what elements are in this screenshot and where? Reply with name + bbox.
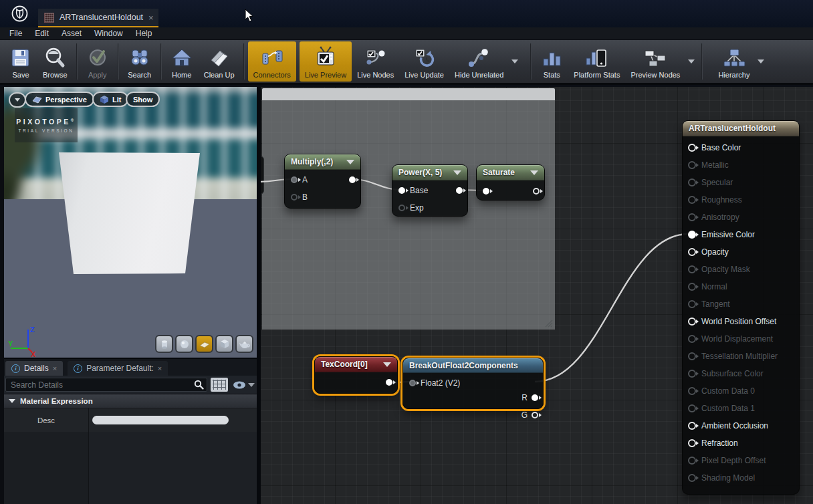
pin-opacity-mask[interactable]: Opacity Mask	[683, 261, 799, 278]
live-nodes-button[interactable]: Live Nodes	[352, 41, 399, 82]
pin-row-out-r[interactable]: R	[521, 389, 538, 406]
comment-resize-handle[interactable]	[544, 318, 553, 328]
mesh-sphere-button[interactable]	[175, 335, 193, 353]
node-title: TexCoord[0]	[321, 360, 368, 369]
search-details-input[interactable]	[5, 378, 207, 392]
pin-row-b[interactable]: B	[285, 188, 360, 206]
browse-button[interactable]: Browse	[37, 41, 73, 82]
node-power[interactable]: Power(X, 5) Base Exp	[392, 164, 468, 217]
toolbar-separator	[701, 43, 703, 80]
output-pin[interactable]	[533, 188, 540, 195]
hide-unrelated-button[interactable]: Hide Unrelated	[449, 41, 509, 82]
section-material-expression[interactable]: Material Expression	[4, 394, 257, 408]
pin-roughness[interactable]: Roughness	[683, 191, 799, 209]
output-pin[interactable]	[349, 176, 356, 183]
pin-specular[interactable]: Specular	[683, 174, 799, 191]
collapse-arrow-icon[interactable]	[346, 160, 354, 164]
pin-refraction[interactable]: Refraction	[683, 434, 799, 452]
menu-asset[interactable]: Asset	[62, 29, 82, 38]
node-material-result[interactable]: ARTranslucentHoldout Base Color Metallic…	[682, 120, 800, 495]
pin-pixel-depth-offset[interactable]: Pixel Depth Offset	[683, 452, 799, 469]
lit-button[interactable]: Lit	[92, 92, 128, 107]
collapse-arrow-icon[interactable]	[383, 362, 391, 367]
view-options-button[interactable]	[231, 379, 256, 391]
tab-close-icon[interactable]: ×	[148, 13, 154, 22]
collapse-arrow-icon[interactable]	[530, 170, 538, 175]
mesh-cube-button[interactable]	[215, 335, 233, 353]
connectors-button[interactable]: Connectors	[248, 41, 296, 82]
node-offscreen-partial[interactable]	[261, 156, 264, 195]
node-breakout-float2[interactable]: BreakOutFloat2Components Float2 (V2) R G	[402, 358, 544, 409]
hide-unrelated-dropdown-icon[interactable]	[511, 59, 518, 64]
pin-anisotropy[interactable]: Anisotropy	[683, 209, 799, 226]
platform-stats-button[interactable]: Platform Stats	[568, 41, 625, 82]
pin-ambient-occlusion[interactable]: Ambient Occlusion	[683, 417, 799, 434]
home-button[interactable]: Home	[165, 41, 199, 82]
input-pin-b[interactable]	[291, 194, 298, 201]
live-nodes-icon	[364, 45, 388, 69]
pin-world-displacement[interactable]: World Displacement	[683, 330, 799, 348]
tab-parameter-defaults[interactable]: i Parameter Default: ×	[68, 361, 168, 376]
pin-world-position-offset[interactable]: World Position Offset	[683, 313, 799, 330]
input-pin[interactable]	[483, 188, 489, 195]
output-pin[interactable]	[386, 379, 392, 386]
pin-custom-data-0[interactable]: Custom Data 0	[683, 382, 799, 400]
desc-field[interactable]	[92, 416, 229, 424]
input-pin-exp[interactable]	[398, 205, 405, 211]
tab-close-icon[interactable]: ×	[53, 364, 57, 372]
node-saturate[interactable]: Saturate	[476, 164, 545, 201]
tab-details[interactable]: i Details ×	[5, 361, 63, 376]
output-pin-g[interactable]	[532, 412, 538, 418]
viewport-options-dropdown[interactable]	[9, 92, 26, 108]
show-button[interactable]: Show	[126, 92, 160, 107]
output-pin-r[interactable]	[532, 394, 538, 401]
node-multiply[interactable]: Multiply(,2) A B	[284, 154, 361, 209]
live-preview-button[interactable]: Live Preview	[300, 41, 352, 82]
input-pin-float2[interactable]	[409, 380, 416, 386]
pin-tangent[interactable]: Tangent	[683, 295, 799, 313]
clean-up-button[interactable]: Clean Up	[199, 41, 240, 82]
menu-window[interactable]: Window	[94, 29, 123, 38]
preview-viewport[interactable]: PIXOTOPE® TRIAL VERSION Perspective Lit	[4, 87, 257, 358]
live-update-button[interactable]: Live Update	[399, 41, 449, 82]
output-pin[interactable]	[456, 187, 463, 194]
node-texcoord[interactable]: TexCoord[0]	[314, 356, 398, 394]
pin-tessellation-multiplier[interactable]: Tessellation Multiplier	[683, 348, 799, 365]
property-matrix-button[interactable]	[211, 378, 228, 392]
save-button[interactable]: Save	[4, 41, 37, 82]
comment-title-bar[interactable]	[262, 88, 555, 100]
eye-icon	[233, 380, 246, 390]
pin-row-exp[interactable]: Exp	[392, 199, 467, 217]
hierarchy-dropdown-icon[interactable]	[758, 59, 764, 64]
collapse-arrow-icon[interactable]	[453, 170, 461, 175]
pin-emissive-color[interactable]: Emissive Color	[683, 226, 799, 243]
material-graph-canvas[interactable]: Multiply(,2) A B Power(X, 5)	[261, 87, 813, 504]
mesh-plane-button[interactable]	[195, 335, 213, 353]
pin-opacity[interactable]: Opacity	[683, 243, 799, 261]
tab-close-icon[interactable]: ×	[158, 364, 162, 372]
asset-tab[interactable]: ARTranslucentHoldout ×	[38, 9, 158, 27]
menu-help[interactable]: Help	[136, 29, 152, 38]
stats-button[interactable]: Stats	[535, 41, 568, 82]
menu-file[interactable]: File	[9, 29, 22, 38]
pin-custom-data-1[interactable]: Custom Data 1	[683, 400, 799, 417]
search-button[interactable]: Search	[122, 41, 157, 82]
input-pin-base[interactable]	[398, 187, 405, 194]
preview-nodes-dropdown-icon[interactable]	[688, 59, 695, 64]
input-pin-a[interactable]	[291, 176, 298, 183]
pin-normal[interactable]: Normal	[683, 278, 799, 295]
menu-edit[interactable]: Edit	[35, 29, 49, 38]
pin-shading-model[interactable]: Shading Model	[683, 469, 799, 487]
hierarchy-button[interactable]: Hierarchy	[713, 41, 755, 82]
pin-row-out-g[interactable]: G	[521, 406, 538, 424]
pin-subsurface-color[interactable]: Subsurface Color	[683, 365, 799, 382]
pin-metallic[interactable]: Metallic	[683, 156, 799, 174]
preview-nodes-button[interactable]: Preview Nodes	[625, 41, 685, 82]
apply-button[interactable]: Apply	[81, 41, 114, 82]
perspective-button[interactable]: Perspective	[25, 92, 94, 107]
unreal-material-editor-window: ARTranslucentHoldout × File Edit Asset W…	[0, 0, 813, 504]
pin-base-color[interactable]: Base Color	[683, 139, 799, 156]
apply-icon	[86, 45, 109, 69]
mesh-cylinder-button[interactable]	[155, 335, 173, 353]
mesh-teapot-button[interactable]	[235, 335, 253, 353]
